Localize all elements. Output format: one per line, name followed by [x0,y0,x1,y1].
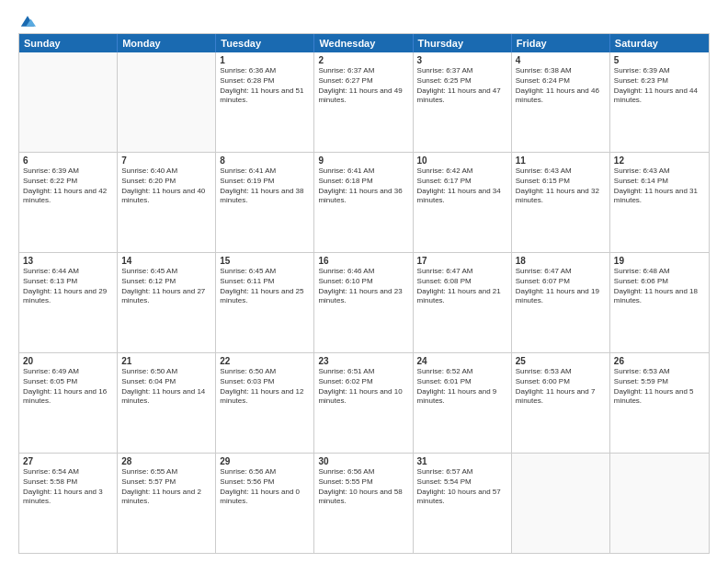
cell-details: Sunrise: 6:45 AM Sunset: 6:12 PM Dayligh… [121,267,211,306]
calendar-cell-day-10: 10Sunrise: 6:42 AM Sunset: 6:17 PM Dayli… [414,153,512,252]
calendar-cell-empty [19,52,118,152]
day-number: 13 [23,256,113,266]
cell-details: Sunrise: 6:45 AM Sunset: 6:11 PM Dayligh… [220,267,310,306]
calendar-cell-day-3: 3Sunrise: 6:37 AM Sunset: 6:25 PM Daylig… [414,52,512,152]
cell-details: Sunrise: 6:49 AM Sunset: 6:05 PM Dayligh… [23,367,113,407]
weekday-header-friday: Friday [512,34,610,52]
cell-details: Sunrise: 6:44 AM Sunset: 6:13 PM Dayligh… [23,267,113,306]
calendar-cell-day-1: 1Sunrise: 6:36 AM Sunset: 6:28 PM Daylig… [216,52,314,152]
day-number: 7 [121,155,211,166]
calendar-cell-day-29: 29Sunrise: 6:56 AM Sunset: 5:56 PM Dayli… [216,454,314,553]
page-header [18,15,710,26]
day-number: 3 [417,55,507,65]
calendar-cell-day-4: 4Sunrise: 6:38 AM Sunset: 6:24 PM Daylig… [512,52,610,152]
cell-details: Sunrise: 6:42 AM Sunset: 6:17 PM Dayligh… [417,167,507,206]
cell-details: Sunrise: 6:56 AM Sunset: 5:55 PM Dayligh… [318,467,408,507]
weekday-header-sunday: Sunday [19,34,118,52]
weekday-header-thursday: Thursday [414,34,512,52]
calendar-cell-day-12: 12Sunrise: 6:43 AM Sunset: 6:14 PM Dayli… [610,153,709,252]
day-number: 2 [318,55,408,65]
calendar-cell-day-20: 20Sunrise: 6:49 AM Sunset: 6:05 PM Dayli… [19,353,118,453]
calendar-row-4: 20Sunrise: 6:49 AM Sunset: 6:05 PM Dayli… [19,352,709,453]
cell-details: Sunrise: 6:48 AM Sunset: 6:06 PM Dayligh… [614,267,705,306]
cell-details: Sunrise: 6:46 AM Sunset: 6:10 PM Dayligh… [318,267,408,306]
calendar-row-1: 1Sunrise: 6:36 AM Sunset: 6:28 PM Daylig… [19,52,709,152]
day-number: 8 [220,155,310,166]
calendar-cell-day-31: 31Sunrise: 6:57 AM Sunset: 5:54 PM Dayli… [414,454,512,553]
calendar-row-3: 13Sunrise: 6:44 AM Sunset: 6:13 PM Dayli… [19,252,709,352]
cell-details: Sunrise: 6:52 AM Sunset: 6:01 PM Dayligh… [417,367,507,407]
cell-details: Sunrise: 6:43 AM Sunset: 6:14 PM Dayligh… [614,167,705,206]
day-number: 24 [417,356,507,366]
day-number: 9 [318,155,408,166]
calendar-cell-day-30: 30Sunrise: 6:56 AM Sunset: 5:55 PM Dayli… [314,454,413,553]
cell-details: Sunrise: 6:56 AM Sunset: 5:56 PM Dayligh… [220,467,310,507]
calendar-body: 1Sunrise: 6:36 AM Sunset: 6:28 PM Daylig… [19,52,709,553]
logo-icon [19,15,36,28]
cell-details: Sunrise: 6:43 AM Sunset: 6:15 PM Dayligh… [516,167,606,206]
day-number: 30 [318,456,408,466]
day-number: 10 [417,155,507,166]
cell-details: Sunrise: 6:51 AM Sunset: 6:02 PM Dayligh… [318,367,408,407]
calendar-cell-day-18: 18Sunrise: 6:47 AM Sunset: 6:07 PM Dayli… [512,253,610,352]
day-number: 19 [614,256,705,266]
calendar-cell-empty [118,52,216,152]
calendar: SundayMondayTuesdayWednesdayThursdayFrid… [18,33,710,554]
day-number: 6 [23,155,113,166]
weekday-header-monday: Monday [118,34,216,52]
calendar-row-2: 6Sunrise: 6:39 AM Sunset: 6:22 PM Daylig… [19,152,709,252]
weekday-header-wednesday: Wednesday [314,34,413,52]
day-number: 18 [516,256,606,266]
calendar-cell-day-19: 19Sunrise: 6:48 AM Sunset: 6:06 PM Dayli… [610,253,709,352]
calendar-cell-empty [512,454,610,553]
calendar-cell-day-23: 23Sunrise: 6:51 AM Sunset: 6:02 PM Dayli… [314,353,413,453]
day-number: 27 [23,456,113,466]
calendar-cell-day-26: 26Sunrise: 6:53 AM Sunset: 5:59 PM Dayli… [610,353,709,453]
cell-details: Sunrise: 6:39 AM Sunset: 6:22 PM Dayligh… [23,167,113,206]
day-number: 5 [614,55,705,65]
calendar-cell-day-11: 11Sunrise: 6:43 AM Sunset: 6:15 PM Dayli… [512,153,610,252]
calendar-cell-day-24: 24Sunrise: 6:52 AM Sunset: 6:01 PM Dayli… [414,353,512,453]
day-number: 25 [516,356,606,366]
weekday-header-saturday: Saturday [610,34,709,52]
day-number: 21 [121,356,211,366]
calendar-cell-day-25: 25Sunrise: 6:53 AM Sunset: 6:00 PM Dayli… [512,353,610,453]
day-number: 17 [417,256,507,266]
calendar-cell-day-15: 15Sunrise: 6:45 AM Sunset: 6:11 PM Dayli… [216,253,314,352]
cell-details: Sunrise: 6:47 AM Sunset: 6:07 PM Dayligh… [516,267,606,306]
cell-details: Sunrise: 6:50 AM Sunset: 6:03 PM Dayligh… [220,367,310,407]
cell-details: Sunrise: 6:57 AM Sunset: 5:54 PM Dayligh… [417,467,507,507]
calendar-cell-day-2: 2Sunrise: 6:37 AM Sunset: 6:27 PM Daylig… [314,52,413,152]
day-number: 23 [318,356,408,366]
day-number: 29 [220,456,310,466]
calendar-cell-day-8: 8Sunrise: 6:41 AM Sunset: 6:19 PM Daylig… [216,153,314,252]
calendar-header: SundayMondayTuesdayWednesdayThursdayFrid… [19,34,709,52]
calendar-cell-day-17: 17Sunrise: 6:47 AM Sunset: 6:08 PM Dayli… [414,253,512,352]
logo [18,15,36,26]
day-number: 12 [614,155,705,166]
calendar-cell-day-9: 9Sunrise: 6:41 AM Sunset: 6:18 PM Daylig… [314,153,413,252]
calendar-row-5: 27Sunrise: 6:54 AM Sunset: 5:58 PM Dayli… [19,453,709,553]
cell-details: Sunrise: 6:53 AM Sunset: 5:59 PM Dayligh… [614,367,705,407]
day-number: 15 [220,256,310,266]
cell-details: Sunrise: 6:40 AM Sunset: 6:20 PM Dayligh… [121,167,211,206]
calendar-cell-day-13: 13Sunrise: 6:44 AM Sunset: 6:13 PM Dayli… [19,253,118,352]
weekday-header-tuesday: Tuesday [216,34,314,52]
cell-details: Sunrise: 6:53 AM Sunset: 6:00 PM Dayligh… [516,367,606,407]
day-number: 14 [121,256,211,266]
day-number: 22 [220,356,310,366]
day-number: 1 [220,55,310,65]
day-number: 26 [614,356,705,366]
cell-details: Sunrise: 6:41 AM Sunset: 6:18 PM Dayligh… [318,167,408,206]
day-number: 16 [318,256,408,266]
cell-details: Sunrise: 6:54 AM Sunset: 5:58 PM Dayligh… [23,467,113,507]
cell-details: Sunrise: 6:37 AM Sunset: 6:25 PM Dayligh… [417,66,507,106]
cell-details: Sunrise: 6:37 AM Sunset: 6:27 PM Dayligh… [318,66,408,106]
day-number: 11 [516,155,606,166]
day-number: 20 [23,356,113,366]
calendar-cell-day-22: 22Sunrise: 6:50 AM Sunset: 6:03 PM Dayli… [216,353,314,453]
calendar-cell-day-16: 16Sunrise: 6:46 AM Sunset: 6:10 PM Dayli… [314,253,413,352]
cell-details: Sunrise: 6:47 AM Sunset: 6:08 PM Dayligh… [417,267,507,306]
calendar-cell-day-21: 21Sunrise: 6:50 AM Sunset: 6:04 PM Dayli… [118,353,216,453]
calendar-cell-empty [610,454,709,553]
